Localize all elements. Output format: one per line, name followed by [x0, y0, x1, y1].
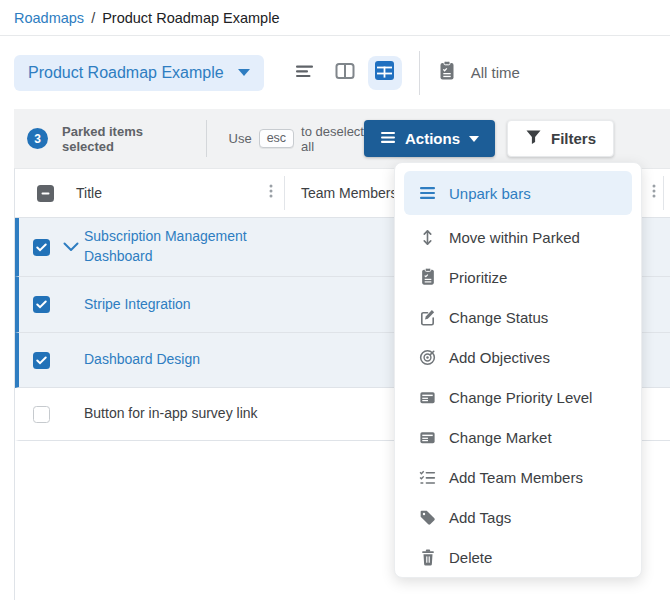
breadcrumb-current-page: Product Roadmap Example: [102, 10, 279, 26]
selection-label: Parked items selected: [62, 124, 184, 154]
selection-bar: 3 Parked items selected Use esc to desel…: [14, 109, 670, 168]
menu-bars-icon: [418, 184, 437, 203]
menu-item-add-team-members[interactable]: Add Team Members: [404, 457, 632, 497]
table-view-icon: [374, 60, 395, 85]
clipboard-check-icon: [437, 60, 457, 86]
timeframe-label: All time: [471, 64, 520, 81]
roadmap-selector-dropdown[interactable]: Product Roadmap Example: [14, 55, 264, 91]
menu-item-label: Prioritize: [449, 269, 507, 286]
funnel-icon: [525, 129, 542, 148]
row-title-link[interactable]: Dashboard Design: [84, 350, 284, 370]
menu-bars-icon: [380, 130, 396, 147]
list-view-icon: [294, 61, 316, 85]
row-checkbox[interactable]: [33, 239, 50, 256]
split-view-button[interactable]: [328, 56, 362, 90]
table-view-button[interactable]: [368, 56, 402, 90]
row-checkbox[interactable]: [33, 406, 50, 423]
trash-icon: [418, 548, 437, 567]
menu-item-prioritize[interactable]: Prioritize: [404, 257, 632, 297]
chevron-down-icon[interactable]: [63, 238, 79, 256]
tag-icon: [418, 508, 437, 527]
row-checkbox[interactable]: [33, 296, 50, 313]
menu-item-label: Add Team Members: [449, 469, 583, 486]
column-header-title: Title: [76, 185, 102, 201]
menu-item-label: Move within Parked: [449, 229, 580, 246]
breadcrumb: Roadmaps / Product Roadmap Example: [0, 0, 670, 36]
filters-button[interactable]: Filters: [507, 120, 614, 157]
esc-keycap: esc: [259, 129, 294, 148]
hint-prefix: Use: [229, 131, 252, 146]
menu-item-label: Unpark bars: [449, 185, 531, 202]
caret-down-icon: [238, 69, 250, 76]
edit-icon: [418, 308, 437, 327]
roadmap-selector-label: Product Roadmap Example: [28, 64, 224, 82]
roadmap-app-window: Roadmaps / Product Roadmap Example Produ…: [0, 0, 670, 604]
card-icon: [418, 388, 437, 407]
menu-item-label: Change Market: [449, 429, 552, 446]
menu-item-change-status[interactable]: Change Status: [404, 297, 632, 337]
menu-item-label: Delete: [449, 549, 492, 566]
row-checkbox[interactable]: [33, 352, 50, 369]
hint-suffix: to deselect all: [301, 124, 364, 154]
row-title-link[interactable]: Stripe Integration: [84, 295, 284, 315]
breadcrumb-roadmaps-link[interactable]: Roadmaps: [14, 10, 84, 26]
breadcrumb-separator: /: [91, 10, 95, 26]
menu-item-label: Change Priority Level: [449, 389, 592, 406]
row-title-link[interactable]: Subscription Management Dashboard: [84, 227, 284, 266]
list-view-button[interactable]: [288, 56, 322, 90]
select-all-checkbox[interactable]: [37, 185, 54, 202]
target-icon: [418, 348, 437, 367]
actions-dropdown-menu: Unpark bars Move within Parked: [394, 162, 642, 578]
menu-item-change-market[interactable]: Change Market: [404, 417, 632, 457]
column-header-team-members: Team Members: [301, 185, 397, 201]
selection-bar-divider: [206, 120, 207, 157]
toolbar-divider: [419, 51, 420, 95]
card-icon: [418, 428, 437, 447]
actions-button[interactable]: Actions: [364, 120, 495, 157]
clipboard-check-icon: [418, 268, 437, 287]
menu-item-delete[interactable]: Delete: [404, 537, 632, 577]
move-vertical-icon: [418, 228, 437, 247]
selected-count-badge: 3: [27, 128, 48, 149]
checklist-icon: [418, 468, 437, 487]
menu-item-label: Add Objectives: [449, 349, 550, 366]
split-view-icon: [334, 61, 356, 85]
view-switcher: [288, 56, 402, 90]
timeframe-selector[interactable]: All time: [437, 60, 520, 86]
menu-item-label: Add Tags: [449, 509, 511, 526]
row-title: Button for in-app survey link: [84, 404, 284, 424]
column-divider[interactable]: [663, 176, 664, 210]
menu-item-label: Change Status: [449, 309, 548, 326]
caret-down-icon: [469, 136, 479, 142]
kebab-menu-icon[interactable]: [647, 183, 661, 203]
menu-item-change-priority-level[interactable]: Change Priority Level: [404, 377, 632, 417]
toolbar: Product Roadmap Example: [0, 36, 670, 109]
menu-item-move-within-parked[interactable]: Move within Parked: [404, 217, 632, 257]
menu-item-unpark-bars[interactable]: Unpark bars: [404, 171, 632, 215]
kebab-menu-icon[interactable]: [264, 183, 278, 203]
menu-item-add-tags[interactable]: Add Tags: [404, 497, 632, 537]
deselect-hint: Use esc to deselect all: [229, 124, 364, 154]
menu-item-add-objectives[interactable]: Add Objectives: [404, 337, 632, 377]
actions-button-label: Actions: [405, 130, 460, 147]
filters-button-label: Filters: [551, 130, 596, 147]
